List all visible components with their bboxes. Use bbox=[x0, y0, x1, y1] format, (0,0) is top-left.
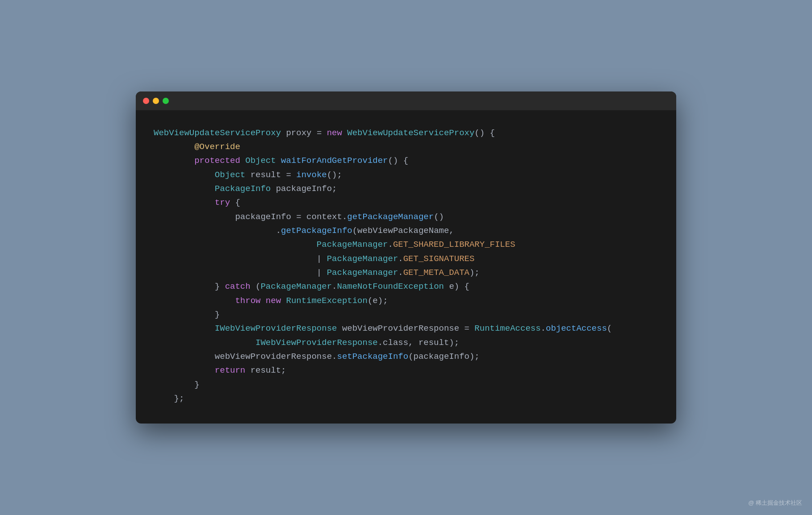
code-content: WebViewUpdateServiceProxy proxy = new We… bbox=[136, 110, 676, 424]
watermark-text: @ 稀土掘金技术社区 bbox=[748, 499, 802, 507]
window-titlebar bbox=[136, 91, 676, 110]
maximize-button[interactable] bbox=[163, 98, 169, 104]
close-button[interactable] bbox=[143, 98, 149, 104]
desktop-background: WebViewUpdateServiceProxy proxy = new We… bbox=[0, 0, 812, 515]
code-window: WebViewUpdateServiceProxy proxy = new We… bbox=[136, 91, 676, 424]
minimize-button[interactable] bbox=[153, 98, 159, 104]
